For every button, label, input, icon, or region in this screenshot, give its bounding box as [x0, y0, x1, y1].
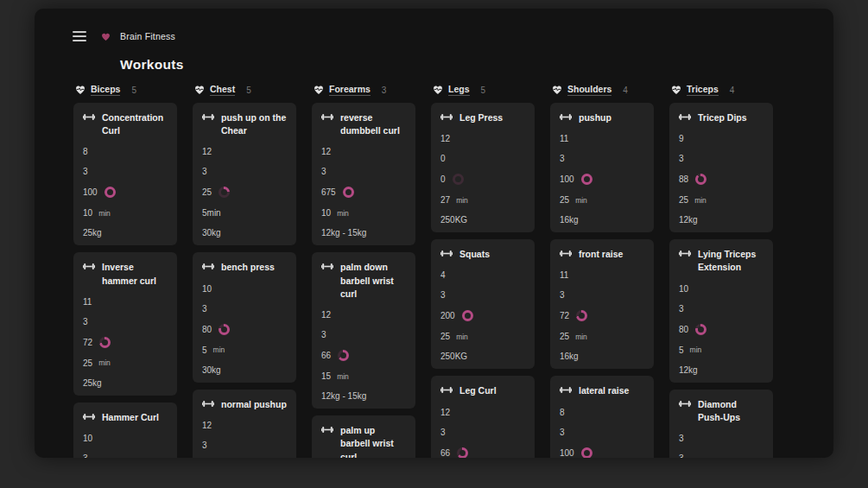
workout-card[interactable]: Squats4320025min250KG	[431, 239, 535, 369]
progress-number: 66	[321, 351, 331, 360]
workout-card[interactable]: Tricep Dips938825min12kg	[669, 103, 773, 232]
reps-value: 12	[202, 147, 287, 156]
reps-value: 8	[83, 147, 168, 156]
sets-value: 3	[83, 453, 168, 458]
card-title-row: Inverse hammer curl	[83, 261, 168, 287]
card-title-text: palm up barbell wrist curl	[340, 424, 406, 458]
weight-number: 30kg	[202, 228, 221, 238]
card-title-text: Lying Triceps Extension	[698, 248, 763, 274]
progress-ring	[99, 337, 111, 348]
column-count-badge: 4	[730, 86, 735, 95]
sets-number: 3	[321, 167, 326, 176]
progress-row: 25	[202, 187, 287, 198]
weight-value: 12kg	[679, 365, 763, 375]
weight-value: 30kg	[202, 228, 287, 238]
weight-number: 25kg	[83, 378, 102, 388]
sets-number: 3	[679, 154, 684, 163]
duration-number: 10	[321, 208, 331, 218]
reps-value: 10	[83, 434, 168, 443]
heart-logo-icon	[101, 32, 111, 41]
duration-value: 15min	[321, 371, 406, 381]
heart-pulse-icon	[314, 85, 324, 95]
sets-value: 3	[679, 304, 763, 314]
reps-number: 12	[202, 421, 212, 430]
reps-value: 11	[560, 134, 644, 143]
workout-card[interactable]: front raise1137225min16kg	[550, 239, 654, 369]
column-header: Triceps4	[671, 84, 773, 96]
progress-number: 72	[560, 311, 569, 320]
duration-value: 25min	[560, 195, 644, 205]
sets-value: 3	[83, 167, 168, 176]
reps-value: 3	[679, 434, 763, 443]
duration-number: 25	[560, 332, 569, 341]
progress-number: 80	[679, 325, 688, 334]
sets-number: 3	[202, 167, 207, 176]
topbar: Brain Fitness	[35, 9, 833, 41]
page-title: Workouts	[120, 57, 833, 73]
workout-card[interactable]: palm up barbell wrist curl12391	[312, 415, 415, 458]
sets-number: 3	[202, 440, 207, 450]
column-header: Legs5	[433, 84, 535, 96]
workout-card[interactable]: normal pushup12310015min30kg	[193, 390, 296, 458]
card-title-text: normal pushup	[221, 398, 287, 411]
duration-value: 25min	[679, 195, 763, 205]
sets-value: 0	[440, 154, 525, 163]
workout-card[interactable]: Lying Triceps Extension103805min12kg	[669, 239, 773, 382]
workout-card[interactable]: lateral raise831007min16kg	[550, 376, 654, 458]
dumbbell-icon	[679, 400, 691, 424]
column-header: Biceps5	[75, 84, 177, 96]
workout-card[interactable]: Inverse hammer curl1137225min25kg	[73, 252, 177, 395]
column-name: Triceps	[687, 84, 719, 96]
duration-value: 10min	[83, 208, 168, 218]
workout-card[interactable]: Diamond Push-Ups3326610min12kg	[669, 390, 773, 458]
workout-card[interactable]: Hammer Curl10310015min25kg	[73, 402, 177, 458]
progress-row: 72	[83, 337, 168, 348]
reps-value: 10	[202, 284, 287, 294]
sets-number: 3	[560, 428, 565, 437]
reps-number: 9	[679, 134, 684, 143]
reps-number: 12	[440, 134, 450, 143]
progress-row: 88	[679, 174, 763, 185]
duration-unit: min	[575, 196, 587, 205]
workout-card[interactable]: reverse dumbbell curl12367510min12kg - 1…	[312, 103, 415, 245]
duration-value: 25min	[440, 332, 525, 341]
reps-number: 12	[321, 147, 331, 156]
reps-value: 8	[560, 408, 644, 417]
hamburger-icon[interactable]	[73, 31, 86, 41]
sets-value: 3	[202, 304, 287, 314]
sets-number: 3	[679, 453, 684, 458]
weight-number: 12kg - 15kg	[321, 228, 366, 238]
column-name: Shoulders	[567, 84, 611, 96]
workout-card[interactable]: Leg Curl123665min250KG	[431, 376, 535, 458]
reps-value: 4	[440, 270, 525, 280]
workout-card[interactable]: pushup11310025min16kg	[550, 103, 654, 232]
progress-number: 675	[321, 187, 336, 197]
duration-number: 25	[83, 358, 92, 368]
sets-number: 3	[560, 290, 565, 300]
workout-card[interactable]: push up on the Chear123255min30kg	[193, 103, 296, 245]
duration-number: 5min	[202, 208, 221, 218]
sets-number: 3	[83, 317, 88, 326]
reps-value: 9	[679, 134, 763, 143]
sets-number: 3	[321, 330, 326, 339]
workout-card[interactable]: Concentration Curl8310010min25kg	[73, 103, 177, 245]
desktop-background: Brain Fitness Workouts Biceps5Concentrat…	[0, 0, 868, 488]
card-title-row: palm up barbell wrist curl	[321, 424, 406, 458]
reps-value: 12	[202, 421, 287, 430]
sets-value: 3	[560, 290, 644, 300]
dumbbell-icon	[440, 386, 453, 397]
workout-card[interactable]: palm down barbell wrist curl1236615min12…	[312, 252, 415, 409]
column-header: Forearms3	[314, 84, 415, 96]
sets-value: 3	[202, 440, 287, 450]
sets-value: 3	[560, 154, 644, 163]
duration-value: 10min	[321, 208, 406, 218]
progress-ring	[457, 447, 468, 458]
reps-number: 12	[440, 408, 450, 417]
sets-value: 3	[560, 428, 644, 437]
workout-card[interactable]: Leg Press120027min250KG	[431, 103, 535, 232]
card-title-row: reverse dumbbell curl	[321, 111, 406, 137]
card-title-text: push up on the Chear	[221, 111, 287, 137]
weight-number: 12kg	[679, 215, 698, 225]
card-title-text: bench press	[221, 261, 275, 274]
workout-card[interactable]: bench press103805min30kg	[193, 252, 296, 382]
